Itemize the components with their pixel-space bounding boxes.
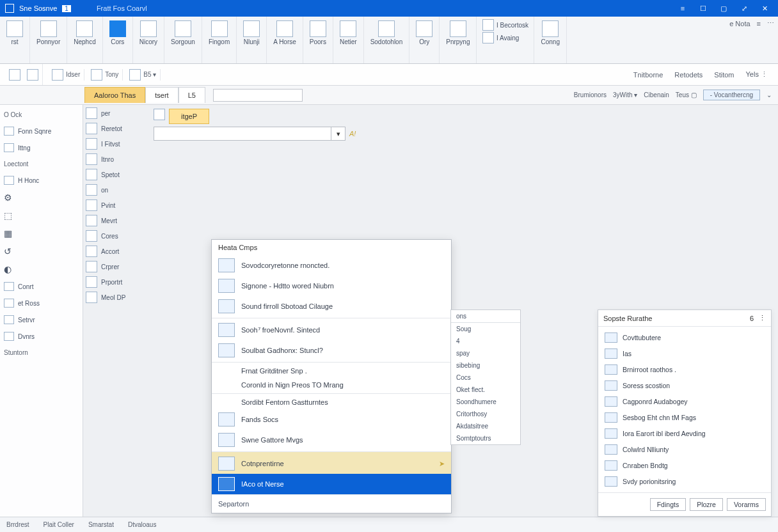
pane-list-item[interactable]: Svdy porionitsring <box>601 474 768 489</box>
popup-menu-item[interactable]: IAco ot Nerse <box>212 474 451 494</box>
opt-pill[interactable]: - Vocanthercng <box>703 90 760 100</box>
status-segment[interactable]: Smarstat <box>88 521 114 528</box>
ribbon-button[interactable]: Conng <box>538 19 562 47</box>
ribbon-button[interactable]: Netier <box>337 19 360 47</box>
submenu-item[interactable]: sibebing <box>451 359 520 372</box>
tree-item[interactable]: Accort <box>86 246 147 257</box>
popup-menu-item[interactable]: Sound firroll Sbotoad Cilauge <box>212 296 451 317</box>
generic-icon[interactable] <box>27 69 38 81</box>
pane-list-item[interactable]: Soress scostion <box>601 379 768 393</box>
pane-button[interactable]: Vorarms <box>727 498 766 511</box>
status-segment[interactable]: Dtvaloaus <box>128 521 156 528</box>
chevron-down-icon[interactable]: ⌄ <box>766 91 772 98</box>
ribbon-far-button[interactable]: ≡ <box>757 20 761 27</box>
ribbon-button[interactable]: Pnrpyng <box>443 19 472 47</box>
sidebar-icon-item[interactable]: ▦ <box>3 226 80 240</box>
ribbon-collapse-button[interactable]: ≡ <box>673 3 692 14</box>
toolbar-button[interactable]: Idser <box>48 69 84 81</box>
ribbon-button[interactable]: Sodotohlon <box>368 19 406 47</box>
popup-menu-item[interactable]: Fands Socs <box>212 409 451 430</box>
ribbon-small-button[interactable]: I Becortosk <box>482 19 528 31</box>
popup-menu-item[interactable]: Sordibt Fentorn Gastturntes <box>212 393 451 409</box>
sidebar-icon-item[interactable]: ↺ <box>3 244 80 258</box>
submenu-item[interactable]: Soug <box>451 323 520 335</box>
sidebar-item[interactable]: Setrvr <box>3 313 80 326</box>
pane-options-icon[interactable]: ⋮ <box>759 314 766 322</box>
submenu-item[interactable]: Cocs <box>451 372 520 384</box>
toolbar-button[interactable]: Tony <box>87 69 123 81</box>
context-tab[interactable]: itgeP <box>169 109 209 124</box>
toolbar-right-button[interactable]: Tnitborne <box>633 71 663 79</box>
tab-secondary[interactable]: L5 <box>179 87 205 103</box>
status-segment[interactable]: Plait Coller <box>44 521 74 528</box>
submenu-item[interactable]: Akdatsitree <box>451 420 520 432</box>
tree-item[interactable]: Prportrt <box>86 276 147 288</box>
sidebar-icon-item[interactable]: ⚙ <box>3 191 80 205</box>
pane-list-item[interactable]: Sesbog Eht chn tM Fags <box>601 411 768 425</box>
sidebar-icon-item[interactable]: ◐ <box>3 262 80 276</box>
ribbon-button[interactable]: Ponnyor <box>34 19 63 47</box>
submenu-item[interactable]: Oket flect. <box>451 384 520 396</box>
submenu-item[interactable]: Critorthosy <box>451 408 520 420</box>
popup-menu-item[interactable]: Sooh⁷ froeNovnf. Sintecd <box>212 318 451 340</box>
pane-list-item[interactable]: Iora Earort ibl iberd Aevding <box>601 426 768 441</box>
popup-footer-item[interactable]: Separtorn <box>212 494 451 513</box>
submenu-item[interactable]: 4 <box>451 335 520 347</box>
combo-input[interactable]: ▾ <box>154 127 345 141</box>
sidebar-item[interactable]: Conrt <box>3 280 80 293</box>
maximize-button[interactable]: ⤢ <box>734 3 754 14</box>
sidebar-item[interactable]: Dvnrs <box>3 330 80 343</box>
popup-menu-item[interactable]: Coronld in Nign Preos TO Mrang <box>212 378 451 392</box>
toolbar-right-button[interactable]: Yels ⋮ <box>746 70 768 79</box>
sidebar-item[interactable]: H Honc <box>3 174 80 187</box>
popup-menu-item[interactable]: Cotnprentirne➤ <box>212 451 451 474</box>
tree-item[interactable]: Mevrt <box>86 215 147 226</box>
popup-menu-item[interactable]: Soulbat Gadhonx: Stuncl? <box>212 340 451 361</box>
window-mode-a-button[interactable]: ☐ <box>694 3 713 14</box>
tree-item[interactable]: Cores <box>86 230 147 242</box>
pane-list-item[interactable]: Brnirroot raothos . <box>601 363 768 377</box>
tree-item[interactable]: Spetot <box>86 169 147 180</box>
window-mode-b-button[interactable]: ▢ <box>714 3 733 14</box>
tree-item[interactable]: per <box>86 107 147 119</box>
tree-item[interactable]: Reretot <box>86 123 147 134</box>
pane-list-item[interactable]: Covttubutere <box>601 331 768 345</box>
toolbar-right-button[interactable]: Retodets <box>674 71 703 79</box>
sidebar-icon-item[interactable]: ⬚ <box>3 208 80 223</box>
popup-menu-item[interactable]: Swne Gattore Mvgs <box>212 430 451 450</box>
ribbon-button[interactable]: A Horse <box>271 19 299 47</box>
submenu-item[interactable]: Sorntptoutrs <box>451 432 520 444</box>
pane-list-item[interactable]: Cnraben Bndtg <box>601 458 768 473</box>
sidebar-item[interactable]: Ittng <box>3 141 80 154</box>
pane-button[interactable]: Fdingts <box>650 498 686 511</box>
ribbon-button[interactable]: Cors <box>107 19 129 47</box>
sidebar-item[interactable]: Fonn Sqnre <box>3 125 80 137</box>
tree-item[interactable]: Crprer <box>86 261 147 272</box>
popup-menu-item[interactable]: Frnat Gritditner Snp . <box>212 362 451 378</box>
opt-label[interactable]: 3yWith ▾ <box>613 91 637 98</box>
pane-list-item[interactable]: Colwlrd Nlliunty <box>601 442 768 457</box>
popup-menu-item[interactable]: Sovodcoryretonne rnoncted. <box>212 255 451 276</box>
toolbar-button[interactable]: B5 ▾ <box>125 69 161 81</box>
ribbon-button[interactable]: Nicory <box>137 19 160 47</box>
ribbon-button[interactable]: Ory <box>413 19 435 47</box>
tree-item[interactable]: Itnro <box>86 153 147 165</box>
submenu-item[interactable]: spay <box>451 347 520 359</box>
generic-icon[interactable] <box>154 109 165 120</box>
ribbon-button[interactable]: rst <box>4 19 26 47</box>
ribbon-far-button[interactable]: e Nota <box>729 20 750 27</box>
sidebar-item[interactable]: et Ross <box>3 297 80 309</box>
generic-icon[interactable] <box>9 69 20 81</box>
ribbon-button[interactable]: Sorgoun <box>168 19 198 47</box>
pane-list-item[interactable]: Ias <box>601 347 768 361</box>
chevron-down-icon[interactable]: ▾ <box>331 127 345 140</box>
ribbon-button[interactable]: Poors <box>307 19 329 47</box>
ribbon-button[interactable]: Fingom <box>206 19 232 47</box>
tree-item[interactable]: on <box>86 184 147 196</box>
pane-button[interactable]: Plozre <box>690 498 723 511</box>
ribbon-button[interactable]: Nephcd <box>71 19 98 47</box>
opt-label[interactable]: Cibenain <box>644 91 669 98</box>
ribbon-button[interactable]: Nlunji <box>241 19 262 47</box>
tab-secondary[interactable]: tsert <box>145 87 178 103</box>
opt-label[interactable]: Brumionors <box>574 91 607 98</box>
